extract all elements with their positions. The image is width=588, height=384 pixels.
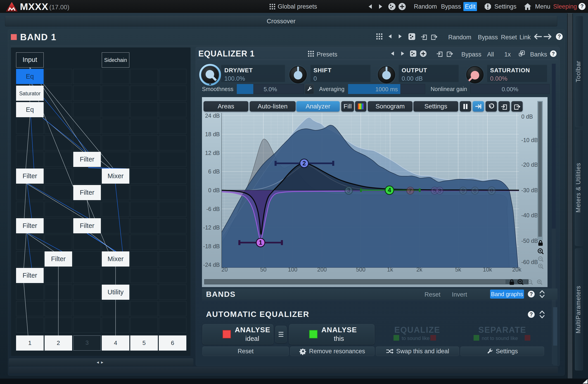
svg-text:4: 4 <box>388 187 391 193</box>
svg-text:1k: 1k <box>387 266 393 273</box>
svg-text:3: 3 <box>438 187 441 194</box>
svg-text:0 dB: 0 dB <box>521 113 533 120</box>
svg-text:5k: 5k <box>455 266 461 273</box>
svg-text:7: 7 <box>408 187 412 194</box>
svg-text:100: 100 <box>288 266 297 273</box>
svg-text:-40 dB: -40 dB <box>521 212 538 218</box>
svg-text:-20 dB: -20 dB <box>521 161 538 168</box>
svg-text:50: 50 <box>260 266 266 273</box>
svg-text:1: 1 <box>259 239 262 246</box>
svg-text:24 dB: 24 dB <box>205 113 220 119</box>
svg-text:20k: 20k <box>512 266 522 273</box>
svg-text:-60 dB: -60 dB <box>521 259 538 265</box>
svg-text:-18 dB: -18 dB <box>203 243 220 249</box>
svg-text:2k: 2k <box>416 266 422 273</box>
svg-text:6 dB: 6 dB <box>208 168 220 175</box>
svg-text:-50 dB: -50 dB <box>521 238 538 244</box>
svg-text:-12 dB: -12 dB <box>203 224 220 231</box>
svg-text:12 dB: 12 dB <box>205 150 220 156</box>
svg-text:20: 20 <box>221 266 228 273</box>
svg-text:-6 dB: -6 dB <box>206 206 220 212</box>
svg-text:0: 0 <box>490 187 493 194</box>
svg-text:-24 dB: -24 dB <box>203 262 220 268</box>
svg-text:-10 dB: -10 dB <box>521 137 538 143</box>
svg-text:2: 2 <box>302 160 306 167</box>
svg-text:-30 dB: -30 dB <box>521 187 538 193</box>
svg-text:10k: 10k <box>483 266 492 273</box>
svg-text:200: 200 <box>317 266 327 273</box>
svg-text:0 dB: 0 dB <box>208 187 220 193</box>
svg-text:9: 9 <box>461 187 465 194</box>
svg-text:3: 3 <box>347 187 350 194</box>
svg-text:18 dB: 18 dB <box>205 131 220 137</box>
svg-text:6: 6 <box>473 187 477 194</box>
svg-text:500: 500 <box>356 266 365 273</box>
